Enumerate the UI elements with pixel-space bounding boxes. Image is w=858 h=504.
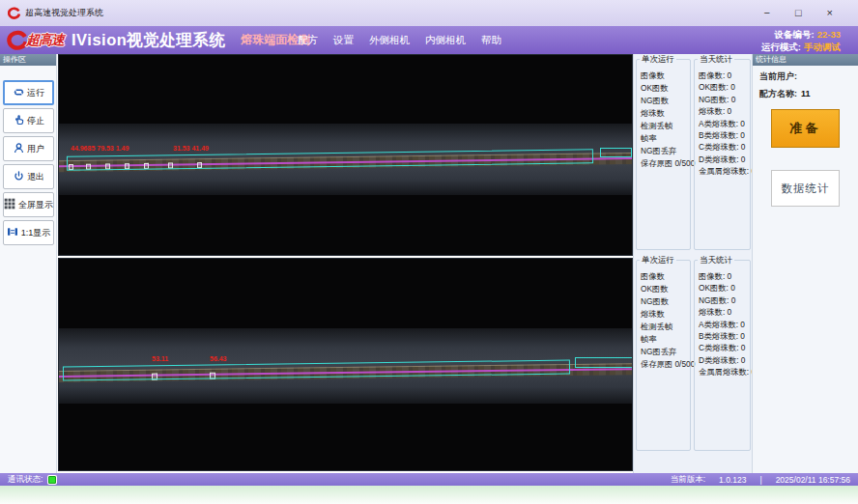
stop-button-label: 停止 [27,115,44,127]
status-bar-right: 当前版本: 1.0.123 | 2025/02/11 16:57:56 [671,474,850,486]
stat-row: D类熔珠数: 0 [699,154,750,165]
device-number-row: 设备编号:22-33 [761,28,841,41]
stat-row: 金属屑熔珠数: 0 [699,366,750,378]
comm-status-led [48,476,56,484]
menu-item-help[interactable]: 帮助 [481,34,501,47]
stat-row: 帧率 [641,333,690,346]
version-label: 当前版本: [671,474,705,486]
window-title: 超高速视觉处理系统 [25,7,103,19]
stat-row: 图像数: 0 [699,70,750,81]
fullscreen-grid-icon [4,198,16,211]
measurement-label: 56.43 [210,355,227,362]
one-to-one-button-label: 1:1显示 [21,227,51,239]
user-icon [13,142,25,155]
datetime: 2025/02/11 16:57:56 [776,475,850,485]
today-stats-group-1: 当天统计 图像数: 0 OK图数: 0 NG图数: 0 熔珠数: 0 A类熔珠数… [694,59,751,250]
stat-row: 熔珠数: 0 [699,105,750,117]
device-number-value: 22-33 [817,29,841,40]
stat-row: OK图数 [641,82,690,95]
recipe-name-row: 配方名称:11 [753,88,858,100]
stat-row: 金属屑熔珠数: 0 [699,165,750,177]
info-panel-title: 统计信息 [753,54,858,66]
data-statistics-button[interactable]: 数据统计 [771,170,840,207]
single-run-group-2: 单次运行 图像数 OK图数 NG图数 熔珠数 检测丢帧 帧率 NG图丢弃 保存原… [636,260,691,451]
stat-row: 图像数: 0 [699,270,750,282]
group-title: 当天统计 [698,54,734,66]
current-user-label: 当前用户: [759,71,797,81]
status-bar: 通讯状态: 当前版本: 1.0.123 | 2025/02/11 16:57:5… [0,473,858,486]
stat-row: NG图数: 0 [699,94,750,105]
exit-button[interactable]: 退出 [3,164,54,189]
operation-panel-title: 操作区 [0,54,56,66]
measurement-label: 53.11 [152,355,168,362]
current-user-row: 当前用户: [753,70,858,83]
stat-row: A类熔珠数: 0 [699,118,750,129]
operation-panel: 操作区 运行 停止 用户 [0,54,57,473]
group-title: 单次运行 [640,255,676,266]
menu-item-recipe[interactable]: 配方 [298,34,318,47]
stat-row: A类熔珠数: 0 [699,319,750,330]
run-mode-value: 手动调试 [804,42,841,52]
stat-row: 保存原图 0/500 [641,157,690,170]
user-button[interactable]: 用户 [3,136,54,161]
user-button-label: 用户 [27,143,44,155]
power-icon [13,170,25,183]
version-value: 1.0.123 [719,475,746,485]
stat-row: 保存原图 0/500 [641,358,690,371]
window-controls: − □ × [763,0,850,26]
menu-item-settings[interactable]: 设置 [333,34,354,47]
measurement-label: 31.53 41.49 [173,145,209,152]
stop-hand-icon [13,114,25,127]
device-info: 设备编号:22-33 运行模式:手动调试 [761,28,841,53]
run-button-label: 运行 [27,87,44,99]
fullscreen-button[interactable]: 全屏显示 [3,192,54,217]
recipe-name-label: 配方名称: [759,89,797,98]
stat-row: 熔珠数 [641,308,690,321]
menu-item-inner-camera[interactable]: 内侧相机 [425,34,466,47]
run-mode-label: 运行模式: [761,42,801,52]
stat-row: NG图丢弃 [641,346,690,358]
close-button[interactable]: × [827,0,833,26]
stat-row: C类熔珠数: 0 [699,342,750,353]
measurement-label: 44.9685 79.53 1.49 [71,145,129,152]
menu-item-outer-camera[interactable]: 外侧相机 [369,34,410,47]
roi-box [600,148,632,157]
one-to-one-icon [7,226,19,239]
one-to-one-button[interactable]: 1:1显示 [3,220,54,245]
stat-row: NG图数 [641,295,690,308]
roi-box [575,357,633,368]
stat-row: OK图数 [641,283,690,295]
stat-row: 熔珠数 [641,107,690,120]
stat-row: 帧率 [641,132,690,145]
stop-button[interactable]: 停止 [3,108,54,133]
run-mode-row: 运行模式:手动调试 [761,41,841,53]
stat-row: B类熔珠数: 0 [699,330,750,342]
stat-row: 图像数 [641,270,690,283]
fullscreen-button-label: 全屏显示 [18,199,53,211]
app-header: 超高速 IVision视觉处理系统 熔珠端面检测 配方 设置 外侧相机 内侧相机… [0,26,858,54]
brand-block: 超高速 IVision视觉处理系统 熔珠端面检测 [6,30,310,51]
stat-row: D类熔珠数: 0 [699,354,750,366]
stat-row: OK图数: 0 [699,81,750,93]
stat-row: NG图数 [641,95,690,107]
info-panel: 统计信息 当前用户: 配方名称:11 准备 数据统计 [752,54,858,473]
window-titlebar: 超高速视觉处理系统 − □ × [0,0,858,26]
recipe-name-value: 11 [801,89,811,98]
stat-row: NG图数: 0 [699,294,750,306]
inner-camera-view: 53.11 56.43 [58,258,633,471]
device-number-label: 设备编号: [775,29,815,40]
stat-row: 图像数 [641,70,690,82]
today-stats-group-2: 当天统计 图像数: 0 OK图数: 0 NG图数: 0 熔珠数: 0 A类熔珠数… [694,260,751,451]
stat-row: 检测丢帧 [641,321,690,333]
prepare-button[interactable]: 准备 [771,109,840,148]
app-logo-icon [8,7,20,19]
minimize-button[interactable]: − [763,0,769,26]
exit-button-label: 退出 [27,171,44,183]
statistics-region: 单次运行 图像数 OK图数 NG图数 熔珠数 检测丢帧 帧率 NG图丢弃 保存原… [633,54,752,473]
single-run-group-1: 单次运行 图像数 OK图数 NG图数 熔珠数 检测丢帧 帧率 NG图丢弃 保存原… [636,59,691,250]
restore-button[interactable]: □ [795,0,802,26]
stat-row: B类熔珠数: 0 [699,129,750,141]
stat-row: OK图数: 0 [699,282,750,294]
main-menu: 配方 设置 外侧相机 内侧相机 帮助 [298,26,501,54]
run-button[interactable]: 运行 [3,80,54,105]
